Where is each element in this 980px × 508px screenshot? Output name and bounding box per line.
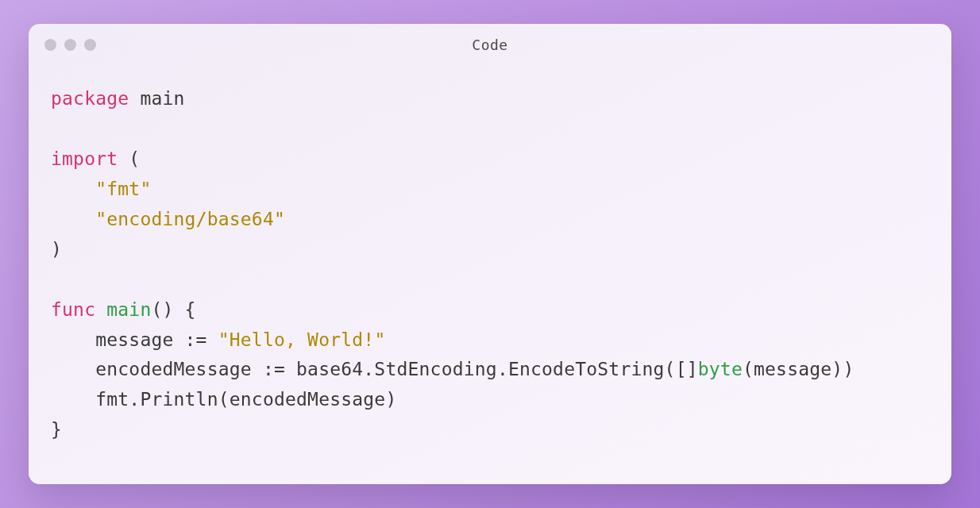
import-fmt: "fmt" xyxy=(95,179,151,199)
titlebar: Code xyxy=(29,24,951,65)
paren-open: ( xyxy=(118,148,140,169)
keyword-package: package xyxy=(51,88,129,109)
code-window: Code package main import ( "fmt" "encodi… xyxy=(29,24,951,484)
keyword-import: import xyxy=(51,148,118,169)
line-println: fmt.Println(encodedMessage) xyxy=(51,389,396,410)
window-title: Code xyxy=(472,37,507,53)
keyword-func: func xyxy=(51,299,95,320)
traffic-lights xyxy=(44,39,96,51)
string-hello: "Hello, World!" xyxy=(218,329,386,350)
maximize-icon[interactable] xyxy=(84,39,96,51)
func-main: main xyxy=(95,299,151,320)
type-byte: byte xyxy=(698,359,743,379)
minimize-icon[interactable] xyxy=(64,39,76,51)
brace-close: } xyxy=(51,419,62,440)
package-name: main xyxy=(129,88,184,109)
line-message-pre: message := xyxy=(51,329,218,350)
close-icon[interactable] xyxy=(44,39,56,51)
code-content: package main import ( "fmt" "encoding/ba… xyxy=(29,65,951,464)
import-base64: "encoding/base64" xyxy=(95,209,285,229)
func-signature: () { xyxy=(151,299,195,320)
paren-close: ) xyxy=(51,239,62,260)
line-encoded-pre: encodedMessage := base64.StdEncoding.Enc… xyxy=(51,359,698,379)
line-encoded-post: (message)) xyxy=(743,359,854,379)
